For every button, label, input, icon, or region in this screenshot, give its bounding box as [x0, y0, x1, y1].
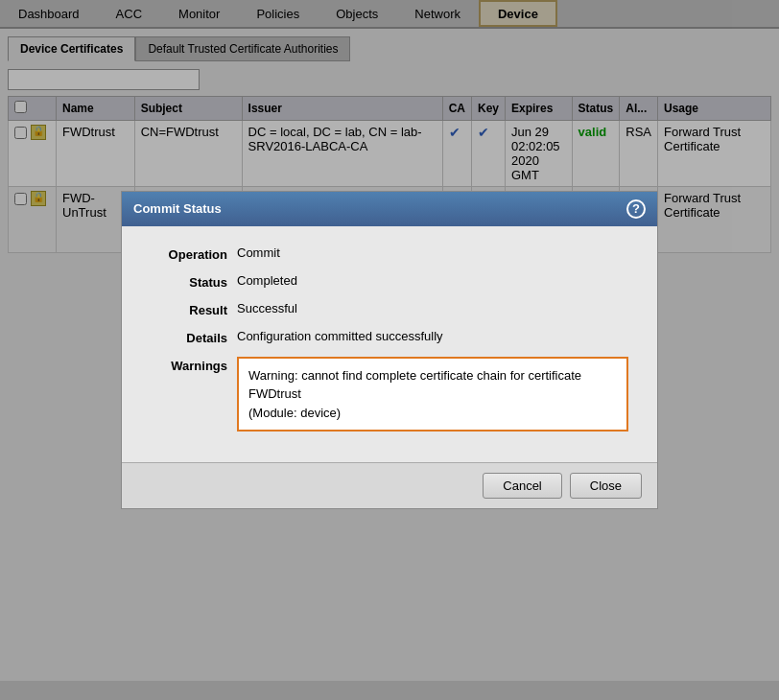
modal-field-row: Details Configuration committed successf…: [151, 329, 628, 345]
field-label: Status: [151, 273, 227, 290]
field-value: Completed: [237, 273, 297, 288]
field-value: Successful: [237, 301, 297, 315]
warnings-label: Warnings: [151, 357, 227, 373]
field-label: Details: [151, 329, 227, 345]
modal-field-row: Result Successful: [151, 301, 628, 317]
modal-body: Operation Commit Status Completed Result…: [122, 226, 657, 463]
warnings-content: Warning: cannot find complete certificat…: [237, 357, 628, 432]
modal-field-row: Operation Commit: [151, 245, 628, 262]
modal-field-row: Status Completed: [151, 273, 628, 290]
modal-header-right: ?: [626, 199, 646, 219]
warnings-row: Warnings Warning: cannot find complete c…: [151, 357, 628, 432]
commit-status-modal: Commit Status ? Operation Commit Status …: [121, 191, 658, 510]
modal-footer: Cancel Close: [122, 462, 657, 508]
modal-header: Commit Status ?: [122, 192, 657, 226]
modal-overlay: Commit Status ? Operation Commit Status …: [0, 0, 779, 700]
close-button[interactable]: Close: [570, 473, 642, 499]
field-value: Commit: [237, 245, 280, 260]
field-label: Operation: [151, 245, 227, 262]
help-icon[interactable]: ?: [626, 199, 646, 219]
field-value: Configuration committed successfully: [237, 329, 443, 343]
field-label: Result: [151, 301, 227, 317]
cancel-button[interactable]: Cancel: [483, 473, 561, 499]
modal-title: Commit Status: [133, 201, 222, 216]
